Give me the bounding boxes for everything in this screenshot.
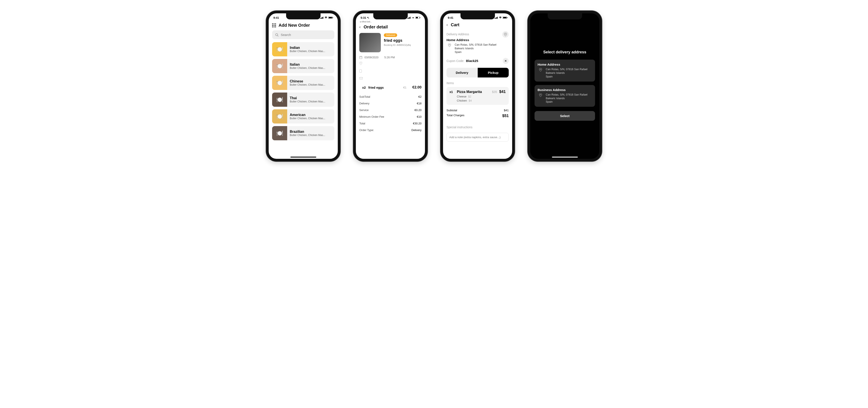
select-button[interactable]: Select — [534, 111, 595, 121]
battery-icon — [415, 17, 420, 19]
battery-icon — [328, 17, 333, 19]
calendar-icon — [359, 56, 362, 59]
pin-icon — [539, 93, 542, 97]
note-input[interactable] — [446, 133, 509, 142]
svg-rect-22 — [360, 77, 363, 80]
svg-rect-15 — [420, 17, 420, 18]
category-image: 🍽️ — [272, 109, 287, 124]
delivery-toggle[interactable]: Delivery — [446, 68, 478, 77]
pin-icon — [539, 68, 542, 71]
order-line-item: x2 fried eggs €1 €2.00 — [356, 81, 425, 93]
category-card[interactable]: 🍽️ American Butter Chicken, Chicken Mas.… — [272, 109, 334, 124]
category-card[interactable]: 🍽️ Chinese Butter Chicken, Chicken Mas..… — [272, 76, 334, 90]
category-title: Thai — [290, 96, 325, 100]
svg-rect-0 — [320, 18, 321, 19]
location-icon — [359, 62, 362, 65]
page-title: Order detail — [364, 25, 388, 30]
subtotal-row: Subtotal$41 — [446, 108, 509, 113]
home-indicator[interactable] — [552, 157, 578, 158]
home-indicator[interactable] — [290, 157, 316, 158]
phone-select-address: Select delivery address Home Address Can… — [528, 11, 602, 161]
category-subtitle: Butter Chicken, Chicken Mas... — [290, 134, 325, 137]
notch — [373, 13, 408, 19]
cart-item[interactable]: x1 Pizza Margarita $35 $41 Cheese$2Chick… — [446, 87, 509, 105]
summary-row: Service€0.20 — [356, 107, 425, 114]
item-addon: Cheese$2 — [450, 95, 506, 98]
category-title: Chinese — [290, 80, 325, 83]
item-total-price: $41 — [499, 90, 506, 94]
back-button[interactable]: ‹ — [359, 25, 361, 29]
category-subtitle: Butter Chicken, Chicken Mas... — [290, 66, 325, 69]
line-unit-price: €1 — [403, 86, 410, 89]
svg-rect-6 — [333, 17, 333, 18]
mail-icon — [359, 77, 363, 80]
order-datetime: 03/09/2020 5:26 PM — [356, 55, 425, 60]
item-base-price: $35 — [492, 90, 497, 94]
wifi-icon — [324, 17, 328, 19]
address-lines: Can Rotas, S/N, 07816 San Rafael Baleari… — [455, 43, 496, 54]
item-addon: Chicken$4 — [450, 99, 506, 102]
summary-row: Total€30.20 — [356, 120, 425, 127]
change-address-button[interactable] — [502, 31, 509, 38]
status-time: 9:41 — [448, 16, 454, 19]
summary-row: SubTotal€2 — [356, 93, 425, 100]
pin-icon — [504, 33, 507, 36]
wifi-icon — [499, 17, 502, 19]
svg-rect-29 — [507, 17, 507, 18]
back-button[interactable]: ‹ — [446, 23, 448, 27]
category-subtitle: Butter Chicken, Chicken Mas... — [290, 100, 325, 103]
svg-rect-5 — [329, 17, 332, 18]
signal-icon — [407, 17, 411, 19]
status-badge: Delivered — [384, 33, 397, 37]
phone-icon — [359, 69, 362, 73]
svg-point-7 — [276, 34, 278, 36]
svg-point-20 — [361, 62, 361, 63]
category-list[interactable]: 🍽️ Indian Butter Chicken, Chicken Mas...… — [269, 42, 338, 159]
search-bar[interactable] — [272, 30, 334, 39]
category-image: 🍽️ — [272, 59, 287, 73]
svg-rect-11 — [409, 17, 410, 19]
category-card[interactable]: 🍽️ Indian Butter Chicken, Chicken Mas... — [272, 42, 334, 56]
category-card[interactable]: 🍽️ Italian Butter Chicken, Chicken Mas..… — [272, 59, 334, 73]
address-card[interactable]: Home Address Can Rotas, S/N, 07816 San R… — [534, 60, 595, 82]
menu-grid-icon[interactable] — [272, 24, 276, 27]
overlay-title: Select delivery address — [534, 50, 595, 55]
status-icons — [320, 17, 333, 19]
app-breadcrumb[interactable]: ◂ Alfred Deli... — [356, 21, 425, 23]
line-name: fried eggs — [368, 86, 401, 89]
address-lines: Can Rotas, S/N, 07816 San RafaelBalearic… — [546, 93, 588, 104]
summary-row: Minimum Order Fee€10 — [356, 114, 425, 120]
summary-row: Order Type:Delivery — [356, 127, 425, 133]
items-label: Items — [446, 81, 509, 85]
svg-point-30 — [505, 34, 506, 34]
svg-rect-9 — [407, 18, 408, 19]
address-card[interactable]: Business Address Can Rotas, S/N, 07816 S… — [534, 85, 595, 107]
search-input[interactable] — [281, 33, 331, 37]
category-title: Brazilian — [290, 130, 325, 134]
category-title: Italian — [290, 63, 325, 66]
order-image — [359, 33, 381, 52]
address-picker-overlay: Select delivery address Home Address Can… — [530, 13, 599, 159]
category-subtitle: Butter Chicken, Chicken Mas... — [290, 117, 325, 120]
svg-rect-16 — [360, 56, 362, 59]
special-instructions-label: Special instructions — [446, 125, 509, 129]
phone-order-detail: 5:31 ↖ ◂ Alfred Deli... ‹ Order detail D… — [353, 11, 428, 161]
category-card[interactable]: 🍽️ Brazilian Butter Chicken, Chicken Mas… — [272, 126, 334, 140]
remove-coupon-button[interactable]: ✕ — [503, 58, 509, 64]
coupon-label: Cupon Code: — [446, 59, 464, 63]
category-card[interactable]: 🍽️ Thai Butter Chicken, Chicken Mas... — [272, 93, 334, 107]
item-qty: x1 — [450, 90, 455, 94]
address-title: Business Address — [537, 88, 592, 92]
category-image: 🍽️ — [272, 93, 287, 107]
svg-point-31 — [449, 44, 450, 45]
notch — [548, 13, 582, 19]
svg-point-32 — [540, 69, 541, 70]
booking-id: Booking ID: AIBB5OZpBq — [384, 44, 422, 46]
pickup-toggle[interactable]: Pickup — [478, 68, 509, 77]
coupon-value: Black25 — [466, 59, 501, 63]
svg-line-8 — [278, 35, 278, 36]
status-icons — [495, 17, 507, 19]
svg-rect-23 — [495, 18, 495, 19]
summary-row: Delivery€18 — [356, 100, 425, 107]
svg-rect-26 — [497, 17, 498, 19]
